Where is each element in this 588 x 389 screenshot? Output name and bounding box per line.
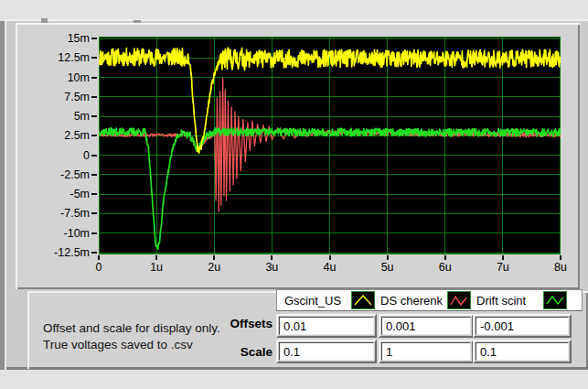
- y-tick-mark: [91, 212, 97, 214]
- x-tick-mark: [155, 255, 157, 260]
- legend-item-drift-scint[interactable]: Drift scint: [476, 294, 526, 308]
- offset-input-0[interactable]: [280, 319, 373, 335]
- scale-field-inner-1: [381, 342, 471, 361]
- offset-input-1[interactable]: [382, 319, 470, 335]
- scale-input-0[interactable]: [280, 344, 373, 361]
- scale-label: Scale: [183, 345, 273, 360]
- y-tick-mark: [91, 38, 97, 39]
- plot-sample-icon-ds-cherenk[interactable]: [447, 291, 471, 309]
- y-tick-mark: [91, 96, 97, 98]
- legend-item-gscint-us[interactable]: Gscint_US: [284, 294, 341, 308]
- offset-field-1: [379, 314, 474, 338]
- y-tick-mark: [91, 232, 97, 234]
- y-tick-mark: [91, 193, 97, 195]
- x-tick-mark: [560, 255, 561, 260]
- y-tick-label: -5m: [37, 188, 90, 200]
- x-tick-label: 0: [83, 261, 114, 274]
- x-tick-label: 8u: [545, 261, 576, 274]
- y-tick-mark: [91, 252, 97, 254]
- y-tick-label: 7.5m: [37, 91, 90, 103]
- x-tick-label: 7u: [487, 261, 519, 274]
- plot-legend: Gscint_USDS cherenkDrift scint: [276, 289, 583, 311]
- y-tick-label: -10m: [37, 227, 90, 240]
- plot-sample-icon-gscint-us[interactable]: [351, 291, 375, 309]
- scale-input-1[interactable]: [382, 344, 470, 361]
- x-tick-mark: [502, 255, 504, 260]
- x-tick-label: 6u: [430, 261, 461, 274]
- y-tick-label: -7.5m: [37, 207, 90, 220]
- offset-field-inner-1: [381, 317, 471, 335]
- y-tick-mark: [91, 135, 97, 136]
- waveform-chart-plot-area: [99, 37, 561, 254]
- x-tick-label: 5u: [372, 261, 403, 274]
- x-tick-label: 4u: [315, 261, 346, 274]
- x-tick-mark: [444, 255, 446, 260]
- scale-input-2[interactable]: [476, 344, 568, 361]
- y-tick-mark: [91, 57, 97, 59]
- front-panel: Gscint_USDS cherenkDrift scint Offset an…: [0, 0, 588, 389]
- y-tick-label: 10m: [37, 71, 90, 84]
- y-tick-label: -2.5m: [37, 168, 90, 181]
- legend-item-ds-cherenk[interactable]: DS cherenk: [380, 294, 443, 308]
- offset-field-2: [473, 314, 572, 338]
- y-tick-mark: [91, 174, 97, 176]
- y-tick-label: 2.5m: [37, 129, 90, 142]
- scale-field-inner-0: [279, 342, 374, 361]
- x-tick-mark: [271, 255, 273, 260]
- scale-field-0: [276, 340, 377, 363]
- offset-field-inner-0: [279, 317, 374, 335]
- x-tick-label: 3u: [256, 261, 287, 274]
- scale-field-1: [379, 340, 474, 363]
- x-tick-mark: [213, 255, 215, 260]
- x-tick-mark: [329, 255, 331, 260]
- y-tick-mark: [91, 115, 97, 117]
- y-tick-mark: [91, 155, 97, 157]
- plot-canvas: [99, 37, 561, 254]
- y-tick-label: 5m: [37, 110, 90, 123]
- scale-field-inner-2: [476, 342, 569, 361]
- x-tick-label: 2u: [198, 261, 230, 274]
- x-tick-mark: [387, 255, 389, 260]
- offset-field-0: [276, 314, 377, 338]
- offsets-label: Offsets: [183, 317, 273, 331]
- x-tick-mark: [98, 255, 100, 260]
- plot-sample-icon-drift-scint[interactable]: [543, 291, 567, 309]
- y-tick-mark: [91, 77, 97, 79]
- y-tick-label: 12.5m: [37, 51, 90, 64]
- scale-field-2: [473, 340, 572, 363]
- y-tick-label: 0: [37, 149, 90, 162]
- y-tick-label: -12.5m: [37, 246, 90, 259]
- x-tick-label: 1u: [141, 261, 172, 274]
- offset-input-2[interactable]: [476, 319, 568, 335]
- offset-field-inner-2: [476, 317, 569, 335]
- y-tick-label: 15m: [37, 32, 90, 45]
